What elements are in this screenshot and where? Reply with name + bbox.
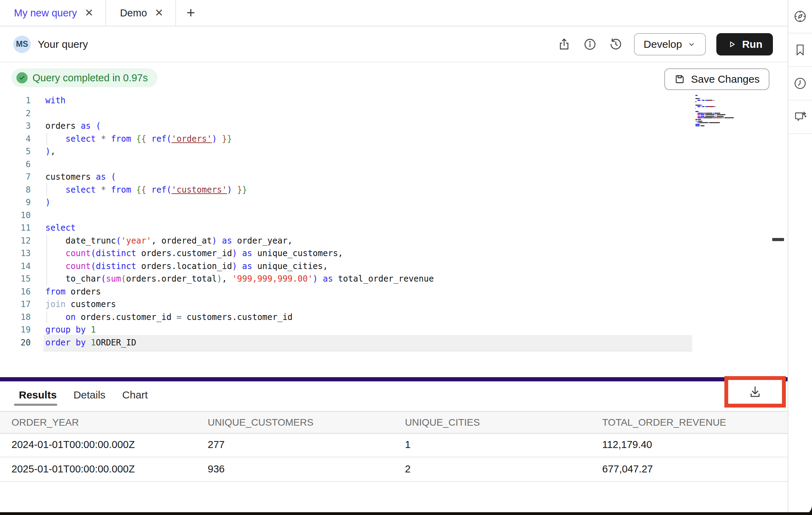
info-icon[interactable] (582, 37, 598, 52)
line-number: 10 (0, 209, 31, 222)
sql-editor[interactable]: Query completed in 0.97s Save Changes 1w… (0, 62, 788, 377)
code-line: 10 (0, 209, 788, 222)
line-number: 3 (0, 120, 31, 133)
download-icon (748, 385, 762, 399)
annotation-highlight-box (724, 376, 786, 408)
check-icon (16, 72, 28, 83)
table-row: 2024-01-01T00:00:00.000Z2771112,179.40 (0, 432, 788, 457)
line-number: 12 (0, 234, 31, 247)
ai-chat-icon[interactable] (788, 100, 812, 134)
table-cell: 677,047.27 (591, 463, 788, 475)
active-tab-underline (14, 404, 57, 406)
line-number: 15 (0, 273, 31, 285)
query-toolbar: MS Your query (0, 27, 788, 62)
code-line: 19group by 1 (0, 323, 788, 336)
line-number: 19 (0, 323, 31, 336)
code-line: 4 select * from {{ ref('orders') }} (0, 133, 788, 145)
develop-label: Develop (644, 38, 682, 50)
code-line: 13 count(distinct orders.customer_id) as… (0, 247, 788, 260)
code-line: 14 count(distinct orders.location_id) as… (0, 260, 788, 273)
line-number: 8 (0, 184, 31, 196)
code-line: 9) (0, 196, 788, 209)
history-icon[interactable] (608, 37, 623, 52)
develop-dropdown[interactable]: Develop (634, 33, 706, 55)
share-icon[interactable] (556, 37, 572, 52)
code-area[interactable]: 1with23orders as (4 select * from {{ ref… (0, 94, 788, 349)
code-line: 1with (0, 94, 788, 107)
code-text: select * from {{ ref('orders') }} (45, 133, 232, 145)
tab-chart[interactable]: Chart (122, 389, 148, 401)
code-text: date_trunc('year', ordered_at) as order_… (45, 234, 293, 247)
run-label: Run (742, 38, 762, 50)
page-title: Your query (38, 38, 88, 50)
table-cell: 1 (393, 439, 591, 450)
toolbar-actions: Develop Run (556, 33, 773, 55)
table-row: 2025-01-01T00:00:00.000Z9362677,047.27 (0, 457, 788, 482)
avatar: MS (13, 36, 31, 53)
column-header: TOTAL_ORDER_REVENUE (591, 417, 788, 428)
table-cell: 936 (196, 463, 393, 475)
compass-icon[interactable] (788, 0, 812, 33)
close-icon[interactable]: ✕ (155, 8, 163, 18)
code-text: ) (45, 196, 50, 209)
line-number: 16 (0, 285, 31, 298)
table-cell: 277 (196, 439, 393, 450)
window-bottom-edge (0, 512, 812, 515)
query-tab-bar: My new query ✕ Demo ✕ + (0, 0, 788, 27)
clock-icon[interactable] (788, 67, 812, 100)
code-text: customers as ( (45, 171, 116, 184)
table-cell: 2025-01-01T00:00:00.000Z (0, 463, 196, 475)
save-icon (674, 74, 685, 85)
code-line: 8 select * from {{ ref('customers') }} (0, 184, 788, 196)
table-cell: 2024-01-01T00:00:00.000Z (0, 439, 196, 450)
results-tab-bar: Results Details Chart (19, 389, 148, 401)
minimap[interactable] (694, 94, 744, 132)
tab-label: Demo (120, 7, 147, 19)
line-number: 11 (0, 222, 31, 234)
tab-results[interactable]: Results (19, 389, 57, 401)
bookmark-icon[interactable] (788, 33, 812, 67)
column-header: ORDER_YEAR (0, 417, 196, 428)
tab-my-new-query[interactable]: My new query ✕ (0, 0, 106, 26)
run-button[interactable]: Run (716, 33, 773, 55)
code-line: 11select (0, 222, 788, 234)
new-tab-button[interactable]: + (176, 0, 206, 26)
table-cell: 2 (393, 463, 591, 475)
code-text: on orders.customer_id = customers.custom… (45, 311, 293, 324)
code-text: to_char(sum(orders.order_total), '999,99… (45, 273, 434, 285)
line-number: 18 (0, 311, 31, 324)
results-table-header: ORDER_YEARUNIQUE_CUSTOMERSUNIQUE_CITIEST… (0, 411, 788, 434)
code-line: 12 date_trunc('year', ordered_at) as ord… (0, 234, 788, 247)
scrollbar-handle[interactable] (772, 238, 784, 241)
tab-details[interactable]: Details (73, 389, 105, 401)
line-number: 2 (0, 107, 31, 120)
play-icon (727, 39, 737, 50)
code-line: 20order by 1ORDER_ID (0, 336, 788, 349)
panel-resize-divider[interactable] (0, 377, 788, 381)
code-text: group by 1 (45, 323, 96, 336)
results-panel: Results Details Chart ORDER_YEARUNIQUE_C… (0, 381, 788, 512)
code-text: count(distinct orders.customer_id) as un… (45, 247, 343, 260)
close-icon[interactable]: ✕ (85, 8, 94, 18)
table-cell: 112,179.40 (591, 439, 788, 450)
line-number: 1 (0, 94, 31, 107)
code-text: with (45, 94, 66, 107)
code-text: order by 1ORDER_ID (45, 336, 136, 349)
tab-demo[interactable]: Demo ✕ (106, 0, 176, 26)
code-text: join customers (45, 298, 116, 311)
download-results-button[interactable] (747, 384, 763, 400)
code-line: 16from orders (0, 285, 788, 298)
save-changes-button[interactable]: Save Changes (664, 68, 769, 90)
code-line: 6 (0, 158, 788, 171)
line-number: 17 (0, 298, 31, 311)
column-header: UNIQUE_CITIES (393, 417, 591, 428)
line-number: 7 (0, 171, 31, 184)
line-number: 5 (0, 145, 31, 158)
code-line: 3orders as ( (0, 120, 788, 133)
code-line: 18 on orders.customer_id = customers.cus… (0, 311, 788, 324)
app-window: My new query ✕ Demo ✕ + MS Your query (0, 0, 812, 515)
main-column: My new query ✕ Demo ✕ + MS Your query (0, 0, 788, 515)
code-text: select * from {{ ref('customers') }} (45, 184, 247, 196)
tab-label: My new query (14, 7, 77, 19)
line-number: 13 (0, 247, 31, 260)
